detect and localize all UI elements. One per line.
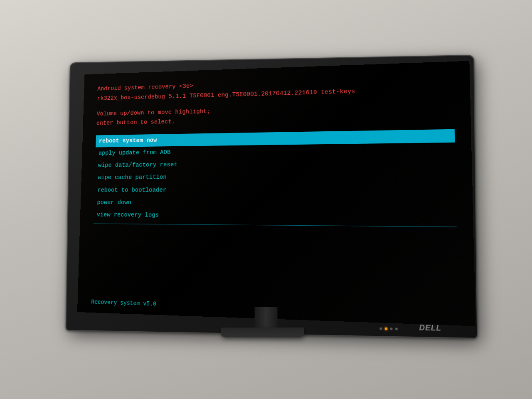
- screen-content: Android system recovery <3e> rk322x_box-…: [77, 61, 476, 326]
- light-1: [379, 328, 382, 330]
- monitor-wrapper: Android system recovery <3e> rk322x_box-…: [62, 58, 470, 357]
- menu-item-power-down[interactable]: power down: [94, 196, 456, 210]
- monitor-bezel: Android system recovery <3e> rk322x_box-…: [66, 56, 477, 338]
- footer-text: Recovery system v5.0: [91, 299, 156, 308]
- light-4: [395, 328, 398, 330]
- instructions-block: Volume up/down to move highlight; enter …: [96, 101, 455, 128]
- menu-item-reboot-bootloader[interactable]: reboot to bootloader: [94, 183, 456, 197]
- monitor-screen: Android system recovery <3e> rk322x_box-…: [77, 61, 476, 326]
- light-power: [385, 328, 387, 330]
- menu-item-wipe-cache[interactable]: wipe cache partition: [95, 170, 456, 184]
- monitor-lights: [379, 328, 398, 330]
- recovery-menu[interactable]: reboot system now apply update from ADB …: [94, 129, 457, 224]
- monitor-stand-foot: [221, 328, 304, 337]
- menu-divider: [94, 224, 457, 227]
- dell-logo: DELL: [419, 323, 441, 333]
- terminal-display: Android system recovery <3e> rk322x_box-…: [94, 73, 457, 227]
- light-3: [390, 328, 392, 330]
- monitor-stand-neck: [255, 307, 278, 330]
- menu-item-view-logs[interactable]: view recovery logs: [94, 209, 457, 224]
